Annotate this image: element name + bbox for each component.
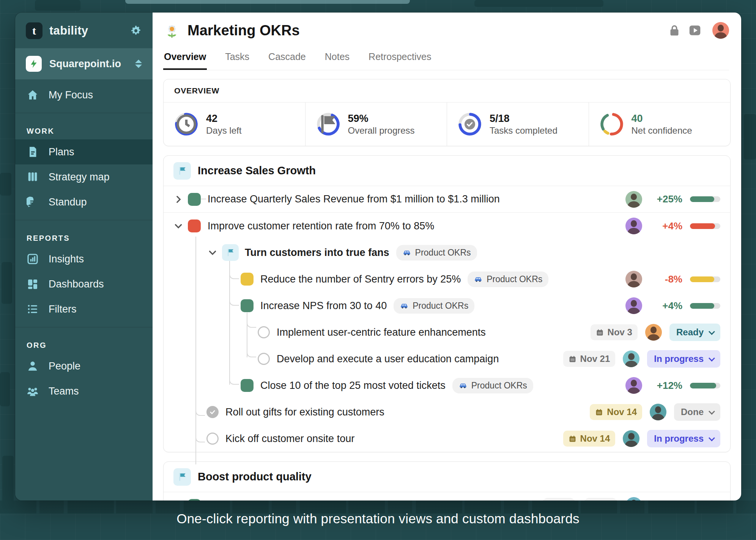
due-date-pill[interactable]: Nov 14 (563, 431, 616, 447)
kr-delta: +18% (650, 500, 682, 501)
assignee-avatar (625, 271, 642, 287)
kr-row[interactable]: Reduce the number of Sentry errors by 25… (164, 266, 730, 292)
calendar-icon (569, 435, 576, 443)
plan-badge[interactable]: Product OKRs (394, 298, 474, 314)
task-checkbox[interactable] (258, 326, 270, 338)
stat-tasks-completed: 5/18 Tasks completed (447, 103, 589, 146)
overview-stats: 42 Days left 59% Overall p (164, 103, 730, 146)
background-shape (35, 0, 80, 11)
lock-icon[interactable] (668, 24, 681, 37)
tab-cascade[interactable]: Cascade (268, 49, 307, 70)
stat-overall-progress: 59% Overall progress (305, 103, 447, 146)
calendar-icon (569, 355, 576, 363)
plan-badge[interactable]: Product OKRs (452, 378, 533, 393)
chat-bubble-icon (27, 196, 39, 208)
chevron-right-icon[interactable] (173, 194, 183, 204)
tab-retrospectives[interactable]: Retrospectives (368, 49, 432, 70)
assignee-avatar (645, 324, 662, 341)
tab-overview[interactable]: Overview (163, 49, 207, 70)
background-shape (744, 114, 756, 159)
sidebar-item-standup[interactable]: Standup (15, 189, 153, 215)
due-date-pill[interactable]: Nov 3 (591, 324, 638, 340)
task-label: Implement user-centric feature enhanceme… (277, 327, 486, 338)
assignee-avatar (625, 297, 642, 314)
background-shape (2, 262, 12, 304)
tab-tasks[interactable]: Tasks (224, 49, 250, 70)
sidebar-item-teams[interactable]: Teams (15, 379, 153, 404)
tab-notes[interactable]: Notes (324, 49, 350, 70)
stat-days-left: 42 Days left (164, 103, 305, 146)
sidebar-item-my-focus[interactable]: My Focus (15, 82, 153, 107)
stat-value: 59% (348, 112, 415, 125)
task-row[interactable]: Kick off customer onsite tour Nov 14 In … (164, 425, 730, 452)
net-confidence-ring (600, 112, 624, 136)
plan-badge[interactable]: Product OKRs (468, 272, 548, 287)
sidebar-item-insights[interactable]: Insights (15, 246, 153, 272)
goal-flag-icon (222, 244, 239, 261)
status-dropdown[interactable]: Done (674, 403, 720, 421)
filter-list-icon (27, 303, 39, 315)
assignee-avatar (623, 351, 639, 367)
goal-card-header[interactable]: Increase Sales Growth (164, 156, 730, 186)
days-left-ring (174, 112, 198, 136)
sidebar-item-plans[interactable]: Plans (15, 139, 153, 164)
task-row[interactable]: Develop and execute a user education cam… (164, 346, 730, 372)
sidebar-item-filters[interactable]: Filters (15, 297, 153, 322)
bar-chart-icon (27, 253, 39, 265)
status-dropdown[interactable]: In progress (647, 430, 720, 447)
plan-badge-label: Product OKRs (413, 301, 468, 311)
kr-label: Reduce the number of Sentry errors by 25… (260, 273, 461, 285)
app-window: t tability Squarepoint.io My Focus (15, 13, 741, 501)
task-checkbox[interactable] (206, 433, 219, 445)
plan-badge[interactable]: Product OKRs (396, 245, 477, 261)
stat-label: Overall progress (348, 125, 415, 136)
workspace-name: Squarepoint.io (49, 58, 128, 70)
person-icon (27, 360, 39, 372)
home-icon (27, 89, 39, 101)
kr-row[interactable]: Increase Quarterly Sales Revenue from $1… (164, 186, 730, 213)
assignee-avatar (625, 377, 642, 394)
assignee-avatar (625, 218, 642, 234)
sidebar-item-strategy-map[interactable]: Strategy map (15, 164, 153, 189)
kr-label: Close 10 of the top 25 most voted ticket… (260, 380, 446, 392)
task-checkbox[interactable] (258, 353, 270, 365)
status-dropdown[interactable]: Ready (669, 324, 720, 341)
video-play-icon[interactable] (688, 24, 702, 37)
user-avatar[interactable] (712, 22, 729, 39)
sidebar-item-dashboards[interactable]: Dashboards (15, 272, 153, 297)
bolt-icon (29, 59, 39, 69)
task-checkbox-done[interactable] (206, 406, 219, 418)
kr-row[interactable]: Close 10 of the top 25 most voted ticket… (164, 372, 730, 399)
kr-label: Increase Quarterly Sales Revenue from $1… (208, 193, 500, 205)
main-panel: Marketing OKRs Overview Tasks Cascade No… (153, 13, 741, 501)
car-icon (458, 381, 468, 390)
nav-group-top: My Focus (15, 79, 153, 113)
due-date-pill[interactable]: Nov 21 (563, 351, 616, 367)
workspace-select-icon (135, 60, 142, 68)
task-row[interactable]: Roll out gifts for existing customers No… (164, 399, 730, 425)
chevron-down-icon[interactable] (208, 248, 217, 257)
due-date-pill[interactable]: Nov 14 (590, 404, 642, 420)
sidebar-item-label: Insights (49, 253, 84, 265)
kr-row[interactable]: Reduce bugs reported by 40% Tag A Tag B … (164, 492, 730, 501)
subgoal-row[interactable]: Turn customers into true fans Product OK… (164, 239, 730, 266)
workspace-switcher[interactable]: Squarepoint.io (15, 48, 153, 79)
clock-icon (174, 112, 198, 136)
kr-delta: -8% (650, 273, 682, 285)
settings-gear-icon[interactable] (130, 25, 142, 37)
kr-row[interactable]: Increase NPS from 30 to 40 Product OKRs … (164, 292, 730, 319)
section-label-work: WORK (15, 116, 153, 139)
status-dropdown[interactable]: In progress (647, 350, 720, 368)
marketing-caption: One-click reporting with presentation vi… (0, 511, 756, 526)
tab-bar: Overview Tasks Cascade Notes Retrospecti… (163, 49, 729, 70)
task-row[interactable]: Implement user-centric feature enhanceme… (164, 319, 730, 346)
kr-row[interactable]: Improve customer retention rate from 70%… (164, 213, 730, 239)
goal-card-header[interactable]: Boost product quality (164, 462, 730, 492)
tag-pill: Tag A (542, 498, 576, 501)
sidebar-item-people[interactable]: People (15, 354, 153, 379)
chevron-down-icon[interactable] (173, 221, 183, 231)
background-shape (0, 372, 10, 406)
goal-title: Boost product quality (198, 471, 312, 483)
nav-group-work: WORK Plans Strategy map Standup (15, 113, 153, 220)
kr-status-square (188, 193, 201, 206)
